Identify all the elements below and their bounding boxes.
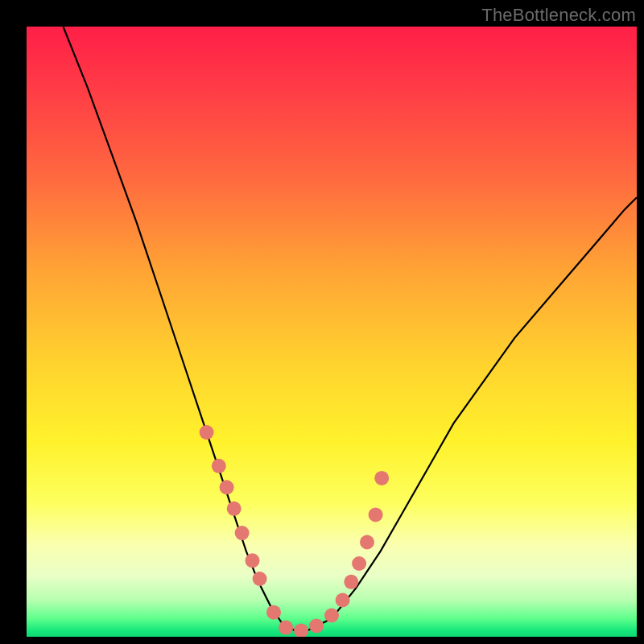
marker-dot bbox=[235, 526, 250, 540]
marker-dot bbox=[369, 507, 383, 522]
marker-dot bbox=[360, 535, 374, 550]
marker-dot bbox=[344, 575, 358, 589]
marker-dot bbox=[294, 623, 308, 637]
marker-dot bbox=[336, 593, 350, 608]
marker-dot bbox=[374, 471, 389, 485]
chart-svg bbox=[27, 27, 637, 637]
marker-dot bbox=[279, 621, 293, 635]
marker-dot bbox=[253, 572, 267, 586]
marker-dot bbox=[227, 502, 242, 516]
bottleneck-curve bbox=[64, 27, 638, 630]
watermark-label: TheBottleneck.com bbox=[481, 5, 636, 26]
marker-dot bbox=[266, 605, 281, 620]
marker-dot bbox=[200, 425, 214, 440]
marker-dot bbox=[309, 618, 324, 633]
marker-group bbox=[200, 425, 390, 637]
marker-dot bbox=[220, 480, 234, 494]
marker-dot bbox=[212, 459, 226, 473]
plot-area bbox=[27, 27, 637, 637]
marker-dot bbox=[246, 553, 260, 568]
marker-dot bbox=[324, 609, 339, 623]
marker-dot bbox=[352, 556, 366, 571]
